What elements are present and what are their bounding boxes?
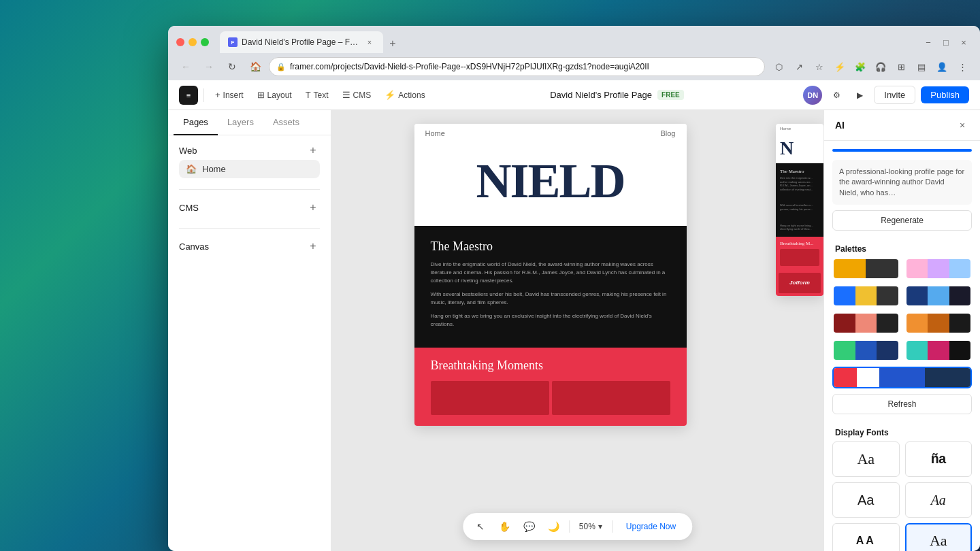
user-avatar[interactable]: DN <box>803 86 822 105</box>
font-item-6[interactable]: Aa <box>905 523 973 551</box>
puzzle-icon[interactable]: 🧩 <box>851 57 870 76</box>
preview2-jotform-img: Jotform <box>779 273 821 293</box>
palette-item-4[interactable] <box>905 285 973 307</box>
palette-item-3[interactable] <box>832 285 900 307</box>
sidebar-toggle-icon[interactable]: ▤ <box>912 57 931 76</box>
palette-item-1[interactable] <box>832 258 900 280</box>
browser-window: F David Nield's Profile Page – Fra… × + … <box>168 26 980 551</box>
tab-layers[interactable]: Layers <box>218 110 263 135</box>
share-icon[interactable]: ↗ <box>789 57 808 76</box>
preview2-text-1: Dive into the enigmatic w...author makin… <box>780 176 819 191</box>
font-item-5[interactable]: AA <box>832 523 900 551</box>
font-item-3[interactable]: Aa <box>832 482 900 518</box>
preview2-breathtaking-label: Breathtaking M... <box>776 237 823 270</box>
settings-button[interactable]: ⚙ <box>828 88 846 103</box>
cms-section-title: CMS <box>179 203 199 213</box>
new-tab-button[interactable]: + <box>383 34 402 53</box>
main-content: Pages Layers Assets Web + 🏠 Home <box>168 110 980 551</box>
tab-close-button[interactable]: × <box>364 37 375 48</box>
palette-item-2[interactable] <box>905 258 973 280</box>
sidebar-item-home[interactable]: 🏠 Home <box>179 160 320 178</box>
refresh-button[interactable]: Refresh <box>832 394 972 414</box>
play-button[interactable]: ▶ <box>851 88 868 103</box>
cms-add-button[interactable]: + <box>306 201 320 214</box>
palette-item-5[interactable] <box>832 312 900 334</box>
publish-button[interactable]: Publish <box>921 86 969 103</box>
tab-bar: F David Nield's Profile Page – Fra… × + <box>220 31 915 53</box>
comment-tool-button[interactable]: 💬 <box>520 517 539 536</box>
forward-button[interactable]: → <box>199 57 218 76</box>
palette-swatch <box>834 368 857 387</box>
toolbar-left: ≡ + Insert ⊞ Layout T Text ☰ CMS <box>179 86 431 105</box>
palette-swatch <box>855 286 877 305</box>
preview-image-2 <box>552 381 670 415</box>
dark-mode-button[interactable]: 🌙 <box>544 517 564 536</box>
maximize-button[interactable] <box>201 38 209 46</box>
palette-swatch <box>834 314 855 333</box>
apps-icon[interactable]: ⊞ <box>892 57 911 76</box>
palette-item-7[interactable] <box>832 339 900 361</box>
upgrade-now-button[interactable]: Upgrade Now <box>618 518 684 535</box>
browser-actions: ⬡ ↗ ☆ ⚡ 🧩 🎧 ⊞ ▤ 👤 ⋮ <box>769 57 972 76</box>
page-title: David Nield's Profile Page <box>550 90 652 100</box>
profile-icon[interactable]: 👤 <box>932 57 951 76</box>
palette-swatch <box>855 341 877 360</box>
palettes-section-title: Palettes <box>824 239 980 258</box>
headphones-icon[interactable]: 🎧 <box>871 57 890 76</box>
palette-item-8[interactable] <box>905 339 973 361</box>
text-button[interactable]: T Text <box>300 87 334 103</box>
home-icon: 🏠 <box>186 164 197 174</box>
extensions-icon[interactable]: ⚡ <box>830 57 849 76</box>
hand-tool-button[interactable]: ✋ <box>495 517 514 536</box>
canvas-area[interactable]: Home Blog NIELD The Maestro Dive into th… <box>331 110 823 551</box>
insert-button[interactable]: + Insert <box>210 87 249 103</box>
web-add-button[interactable]: + <box>306 144 320 157</box>
bookmark-icon[interactable]: ☆ <box>810 57 829 76</box>
ai-description-box: A professional-looking profile page for … <box>832 160 972 205</box>
invite-button[interactable]: Invite <box>874 86 915 104</box>
tab-assets[interactable]: Assets <box>263 110 309 135</box>
zoom-control[interactable]: 50% ▾ <box>575 519 606 534</box>
window-maximize-icon[interactable]: □ <box>938 34 954 50</box>
ai-panel-header: AI × <box>824 110 980 141</box>
address-text: framer.com/projects/David-Nield-s-Profil… <box>290 62 757 71</box>
font-item-1[interactable]: Aa <box>832 441 900 477</box>
browser-tab[interactable]: F David Nield's Profile Page – Fra… × <box>220 31 383 53</box>
font-item-4[interactable]: Aa <box>905 482 973 518</box>
palette-item-6[interactable] <box>905 312 973 334</box>
palette-swatch <box>949 341 971 360</box>
cms-button[interactable]: ☰ CMS <box>337 87 377 103</box>
actions-button[interactable]: ⚡ Actions <box>379 87 430 103</box>
close-button[interactable] <box>176 38 184 46</box>
layout-button[interactable]: ⊞ Layout <box>252 87 297 103</box>
preview-hero: NIELD <box>414 143 687 226</box>
tab-pages[interactable]: Pages <box>174 110 218 135</box>
canvas-add-button[interactable]: + <box>306 239 320 253</box>
dark-body-1: Dive into the enigmatic world of David N… <box>431 261 670 285</box>
menu-icon[interactable]: ⋮ <box>953 57 972 76</box>
framer-logo-button[interactable]: ≡ <box>179 86 198 105</box>
window-actions: − □ × <box>920 34 972 50</box>
select-tool-button[interactable]: ↖ <box>471 517 490 536</box>
preview2-text-3: Hang on tight as we bring...electrifying… <box>780 224 819 231</box>
sidebar-divider-1 <box>179 189 320 190</box>
regenerate-button[interactable]: Regenerate <box>832 210 972 231</box>
palette-swatch <box>834 341 855 360</box>
ai-close-button[interactable]: × <box>956 118 969 132</box>
address-bar[interactable]: 🔒 framer.com/projects/David-Nield-s-Prof… <box>269 57 765 76</box>
preview-images-row <box>431 381 670 415</box>
back-button[interactable]: ← <box>176 57 195 76</box>
cms-icon: ☰ <box>342 90 350 100</box>
home-button[interactable]: 🏠 <box>246 57 265 76</box>
cast-icon[interactable]: ⬡ <box>769 57 788 76</box>
palette-item-9[interactable] <box>832 367 972 388</box>
font-item-2[interactable]: ña <box>905 441 973 477</box>
window-close-icon[interactable]: × <box>956 34 972 50</box>
preview-image-1 <box>431 381 549 415</box>
palette-swatch <box>877 286 898 305</box>
page-preview-main: Home Blog NIELD The Maestro Dive into th… <box>414 124 687 426</box>
text-icon: T <box>306 90 311 100</box>
minimize-button[interactable] <box>189 38 197 46</box>
refresh-button[interactable]: ↻ <box>223 57 242 76</box>
window-minimize-icon[interactable]: − <box>920 34 936 50</box>
